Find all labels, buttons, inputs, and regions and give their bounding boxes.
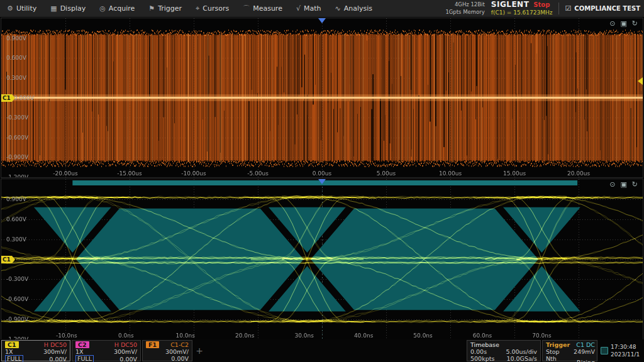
- acquisition-status[interactable]: Stop: [533, 1, 550, 9]
- timebase-sample-rate: 10.0GSa/s: [503, 355, 537, 362]
- c1-channel-marker[interactable]: C1: [1, 94, 12, 102]
- fullscreen-icon[interactable]: ▣: [620, 180, 626, 189]
- x-tick-label: 5.00us: [377, 170, 396, 177]
- y-tick-label: 0.000V: [14, 95, 34, 101]
- x-tick-label: 20.00us: [567, 170, 590, 177]
- y-tick-label: 0.300V: [6, 236, 26, 243]
- menu-acquire[interactable]: ◎Acquire: [92, 0, 142, 17]
- c2-bandwidth: FULL: [75, 355, 94, 362]
- time-text: 17:30:48: [611, 344, 636, 350]
- menu-bar: ⚙Utility▦Display◎Acquire⚑Trigger⌖Cursors…: [0, 0, 644, 18]
- utility-icon: ⚙: [7, 5, 13, 12]
- compliance-test-button[interactable]: ☑ COMPLIANCE TEST: [558, 3, 640, 14]
- menu-display[interactable]: ▦Display: [43, 0, 92, 17]
- compliance-test-label: COMPLIANCE TEST: [574, 5, 640, 12]
- c2-scale: 300mV/: [97, 348, 137, 355]
- timebase-box[interactable]: Timebase 0.00s 5.00us/div 500kpts 10.0GS…: [467, 340, 541, 361]
- c1-coupling: H DC50: [27, 341, 67, 348]
- timebase-title: Timebase: [470, 341, 499, 348]
- waveform-canvas[interactable]: [1, 18, 643, 177]
- measure-icon: ⌒: [243, 5, 250, 12]
- x-tick-label: 50.0ns: [413, 332, 432, 339]
- timebase-points: 500kpts: [470, 355, 499, 362]
- c2-attenuation: 1X: [75, 348, 94, 355]
- y-tick-label: 0.300V: [6, 75, 26, 81]
- f1-chip: F1: [146, 341, 159, 348]
- trigger-level-marker[interactable]: [638, 77, 643, 85]
- y-tick-label: 0.900V: [6, 196, 26, 202]
- y-tick-label: 0.600V: [6, 216, 26, 222]
- menu-cursors[interactable]: ⌖Cursors: [189, 0, 236, 17]
- f1-scale: 300mV/: [163, 348, 189, 355]
- menu-label: Analysis: [344, 4, 372, 13]
- trigger-position-marker[interactable]: [318, 179, 326, 184]
- eye-diagram-panel: 0.900V0.600V0.300V-0.300V-0.600V-0.900V-…: [1, 178, 643, 340]
- x-tick-label: -20.00us: [53, 170, 77, 177]
- snapshot-icon[interactable]: ⊙: [609, 180, 615, 189]
- menu-trigger[interactable]: ⚑Trigger: [142, 0, 189, 17]
- add-trace-button[interactable]: +: [194, 340, 205, 361]
- menu-math[interactable]: √Math: [289, 0, 328, 17]
- y-tick-label: -0.900V: [6, 316, 28, 322]
- datetime-text: 17:30:48 2023/11/1: [611, 343, 640, 358]
- trigger-position-marker[interactable]: [318, 18, 326, 23]
- display-icon: ▦: [50, 5, 57, 12]
- x-tick-label: -5.00us: [247, 170, 269, 177]
- c1-bandwidth: FULL: [5, 355, 23, 362]
- trigger-icon: ⚑: [148, 5, 155, 12]
- x-tick-label: 10.0ns: [176, 332, 195, 339]
- fullscreen-icon[interactable]: ▣: [620, 19, 626, 28]
- menu-label: Utility: [16, 4, 36, 13]
- y-tick-label: 0.600V: [6, 55, 26, 61]
- acquire-icon: ◎: [99, 5, 106, 12]
- menu-measure[interactable]: ⌒Measure: [236, 0, 289, 17]
- menu-items: ⚙Utility▦Display◎Acquire⚑Trigger⌖Cursors…: [0, 0, 379, 17]
- analysis-icon: ∿: [335, 5, 340, 12]
- menu-label: Trigger: [158, 4, 182, 13]
- menu-utility[interactable]: ⚙Utility: [0, 0, 43, 17]
- datetime: 17:30:48 2023/11/1: [599, 340, 643, 361]
- status-bar: C1 H DC50 1X 300mV/ FULL 0.00V C2 H DC50…: [0, 339, 644, 362]
- brand-logo: SIGLENT: [491, 1, 530, 9]
- menu-analysis[interactable]: ∿Analysis: [328, 0, 379, 17]
- y-tick-label: -0.900V: [6, 154, 28, 160]
- menubar-right: 4GHz 12Bit 1Gpts Memory SIGLENT Stop f(C…: [445, 0, 644, 17]
- memory-spec: 1Gpts Memory: [445, 9, 484, 16]
- trigger-level: 249mV: [574, 348, 595, 355]
- channel-c2-box[interactable]: C2 H DC50 1X 300mV/ FULL 0.00V: [72, 340, 141, 361]
- menu-label: Display: [60, 4, 86, 13]
- c1-chip: C1: [5, 341, 19, 348]
- scope-specs: 4GHz 12Bit 1Gpts Memory: [445, 1, 484, 15]
- timebase-delay: 0.00s: [470, 348, 499, 355]
- trigger-source: C1 DC: [574, 341, 595, 348]
- cursors-icon: ⌖: [196, 5, 199, 12]
- y-tick-label: -0.300V: [6, 114, 28, 121]
- reset-icon[interactable]: ↻: [632, 180, 638, 189]
- math-f1-box[interactable]: F1 C1-C2 300mV/ 0.00V: [142, 340, 192, 361]
- f1-offset: 0.00V: [163, 355, 189, 362]
- x-tick-label: 40.0ns: [354, 332, 373, 339]
- x-tick-label: -10.0ns: [56, 332, 77, 339]
- eye-diagram-canvas[interactable]: [1, 179, 643, 339]
- y-tick-label: -1.200V: [6, 174, 28, 178]
- menu-label: Math: [304, 4, 321, 13]
- snapshot-icon[interactable]: ⊙: [609, 19, 615, 28]
- reset-icon[interactable]: ↻: [632, 19, 638, 28]
- y-tick-label: -0.300V: [6, 276, 28, 282]
- x-tick-label: 0.00us: [313, 170, 331, 177]
- checklist-icon: ☑: [565, 4, 571, 13]
- menu-label: Acquire: [109, 4, 135, 13]
- trigger-title: Trigger: [546, 341, 570, 348]
- y-tick-label: -0.600V: [6, 296, 28, 302]
- menu-label: Cursors: [203, 4, 229, 13]
- c1-attenuation: 1X: [5, 348, 23, 355]
- channel-c1-box[interactable]: C1 H DC50 1X 300mV/ FULL 0.00V: [1, 340, 70, 361]
- trigger-box[interactable]: Trigger C1 DC Stop 249mV Nth Edge Rising: [542, 340, 597, 361]
- trigger-slope: Rising: [574, 359, 595, 362]
- f1-source: C1-C2: [163, 341, 189, 348]
- x-tick-label: -10.00us: [181, 170, 206, 177]
- x-tick-label: 30.0ns: [294, 332, 313, 339]
- c1-channel-marker[interactable]: C1: [1, 256, 12, 263]
- x-tick-label: 20.0ns: [235, 332, 254, 339]
- timebase-scale: 5.00us/div: [503, 348, 537, 355]
